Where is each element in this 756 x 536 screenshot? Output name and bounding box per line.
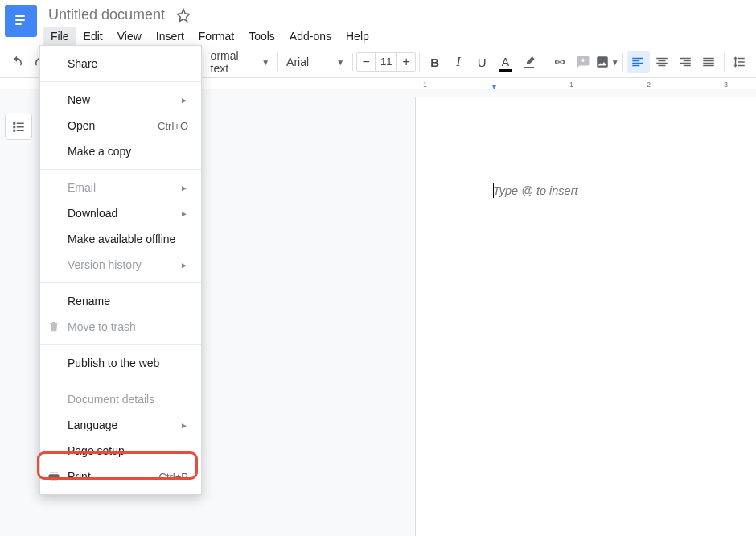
menu-separator (40, 81, 201, 82)
underline-button[interactable]: U (470, 51, 494, 73)
menu-item-email[interactable]: Email► (40, 175, 201, 200)
menu-item-new[interactable]: New► (40, 87, 201, 113)
menu-label: Make a copy (68, 145, 131, 158)
star-icon[interactable] (176, 8, 191, 23)
align-center-button[interactable] (650, 51, 673, 73)
add-comment-button[interactable] (572, 51, 595, 73)
menu-item-version-history[interactable]: Version history► (40, 252, 201, 278)
menu-item-document-details[interactable]: Document details (40, 386, 201, 412)
svg-rect-0 (15, 15, 25, 17)
file-menu-dropdown: Share New► OpenCtrl+O Make a copy Email►… (39, 45, 202, 495)
menu-help[interactable]: Help (339, 27, 376, 46)
app-header: Untitled document File Edit View Insert … (0, 0, 756, 46)
highlight-color-button[interactable] (517, 51, 540, 73)
font-size-value[interactable]: 11 (375, 53, 397, 71)
toolbar-separator (352, 53, 353, 71)
svg-rect-2 (15, 23, 22, 25)
menu-label: New (68, 93, 90, 106)
caret-down-icon: ▼ (261, 58, 269, 67)
paragraph-style-dropdown[interactable]: ormal text ▼ (206, 49, 274, 75)
toolbar-separator (544, 53, 544, 71)
align-right-button[interactable] (673, 51, 696, 73)
menu-item-print[interactable]: PrintCtrl+P (40, 464, 201, 489)
align-justify-button[interactable] (696, 51, 720, 73)
ruler-number: 1 (569, 80, 573, 89)
menu-item-make-offline[interactable]: Make available offline (40, 226, 201, 252)
menu-item-open[interactable]: OpenCtrl+O (40, 113, 201, 138)
font-family-dropdown[interactable]: Arial ▼ (281, 56, 349, 68)
submenu-arrow-icon: ► (180, 96, 188, 105)
menu-label: Share (68, 57, 97, 70)
toolbar-separator (622, 53, 623, 71)
menu-label: Publish to the web (68, 357, 159, 369)
menu-format[interactable]: Format (191, 27, 241, 46)
align-left-button[interactable] (627, 51, 650, 73)
font-family-label: Arial (286, 56, 309, 68)
font-size-increase[interactable]: + (397, 55, 415, 69)
page-placeholder: Type @ to insert (493, 184, 578, 197)
menu-item-make-copy[interactable]: Make a copy (40, 138, 201, 164)
menu-shortcut: Ctrl+P (159, 471, 188, 483)
menu-item-rename[interactable]: Rename (40, 288, 201, 314)
menu-label: Rename (68, 295, 110, 307)
menu-tools[interactable]: Tools (241, 27, 282, 46)
menu-insert[interactable]: Insert (149, 27, 191, 46)
menu-item-language[interactable]: Language► (40, 412, 201, 438)
menu-addons[interactable]: Add-ons (282, 27, 339, 46)
menu-label: Make available offline (68, 233, 175, 245)
font-size-control: − 11 + (356, 52, 416, 72)
menu-label: Version history (68, 258, 142, 271)
line-spacing-button[interactable] (728, 51, 751, 73)
document-page[interactable]: Type @ to insert (415, 97, 756, 536)
menu-bar: File Edit View Insert Format Tools Add-o… (43, 27, 376, 46)
document-title[interactable]: Untitled document (43, 5, 170, 25)
menu-separator (40, 344, 201, 345)
submenu-arrow-icon: ► (180, 183, 188, 192)
toolbar-separator (277, 53, 278, 71)
print-icon (47, 469, 61, 484)
menu-label: Document details (68, 393, 154, 406)
ruler-number: 3 (724, 80, 728, 89)
menu-label: Download (68, 207, 117, 220)
menu-item-move-to-trash[interactable]: Move to trash (40, 314, 201, 340)
menu-item-share[interactable]: Share (40, 51, 201, 76)
menu-shortcut: Ctrl+O (158, 120, 188, 132)
show-outline-button[interactable] (5, 113, 32, 140)
insert-link-button[interactable] (548, 51, 571, 73)
submenu-arrow-icon: ► (180, 209, 188, 218)
caret-down-icon: ▼ (611, 58, 619, 67)
bold-button[interactable]: B (423, 51, 446, 73)
menu-label: Page setup (68, 444, 125, 457)
paragraph-style-label: ormal text (211, 49, 259, 75)
submenu-arrow-icon: ► (180, 421, 188, 430)
menu-file[interactable]: File (43, 27, 76, 46)
menu-item-page-setup[interactable]: Page setup (40, 438, 201, 464)
italic-button[interactable]: I (446, 51, 470, 73)
toolbar-separator (419, 53, 420, 71)
trash-icon (47, 320, 61, 334)
menu-label: Language (68, 418, 117, 431)
caret-down-icon: ▼ (336, 58, 344, 67)
menu-edit[interactable]: Edit (76, 27, 110, 46)
menu-label: Open (68, 119, 95, 132)
text-color-button[interactable]: A (494, 51, 517, 73)
menu-label: Print (68, 470, 91, 483)
menu-separator (40, 169, 201, 170)
left-rail (5, 113, 32, 140)
menu-separator (40, 381, 201, 381)
insert-image-button[interactable]: ▼ (595, 51, 619, 73)
menu-item-download[interactable]: Download► (40, 200, 201, 226)
docs-logo[interactable] (5, 5, 37, 37)
ruler-number: 2 (647, 80, 651, 89)
menu-item-publish-web[interactable]: Publish to the web (40, 350, 201, 376)
menu-view[interactable]: View (110, 27, 149, 46)
font-size-decrease[interactable]: − (357, 55, 375, 69)
menu-separator (40, 282, 201, 283)
submenu-arrow-icon: ► (180, 261, 188, 270)
undo-button[interactable] (5, 51, 28, 73)
ruler-number: 1 (423, 80, 427, 89)
menu-label: Email (68, 181, 96, 194)
menu-label: Move to trash (68, 320, 136, 333)
svg-rect-1 (15, 19, 25, 21)
title-area: Untitled document File Edit View Insert … (43, 5, 376, 46)
